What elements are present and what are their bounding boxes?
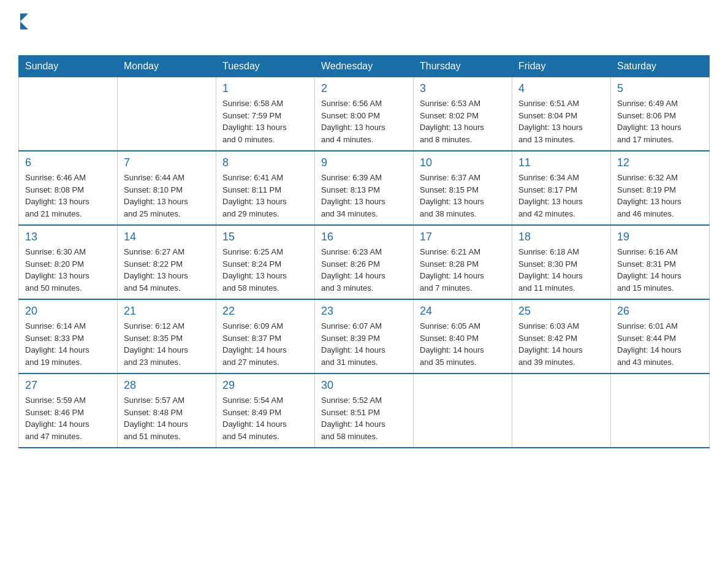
- day-number: 25: [518, 305, 604, 318]
- week-row-2: 6Sunrise: 6:46 AM Sunset: 8:08 PM Daylig…: [19, 151, 710, 225]
- week-row-5: 27Sunrise: 5:59 AM Sunset: 8:46 PM Dayli…: [19, 373, 710, 448]
- day-cell: 22Sunrise: 6:09 AM Sunset: 8:37 PM Dayli…: [216, 299, 315, 373]
- day-info: Sunrise: 6:44 AM Sunset: 8:10 PM Dayligh…: [124, 172, 210, 220]
- day-cell: 26Sunrise: 6:01 AM Sunset: 8:44 PM Dayli…: [611, 299, 710, 373]
- logo: [18, 12, 28, 49]
- day-cell: 6Sunrise: 6:46 AM Sunset: 8:08 PM Daylig…: [19, 151, 118, 225]
- day-info: Sunrise: 6:39 AM Sunset: 8:13 PM Dayligh…: [321, 172, 407, 220]
- day-number: 22: [222, 305, 308, 318]
- page-header: [18, 12, 710, 49]
- day-number: 21: [124, 305, 210, 318]
- day-cell: [19, 77, 118, 151]
- day-info: Sunrise: 6:32 AM Sunset: 8:19 PM Dayligh…: [617, 172, 703, 220]
- day-info: Sunrise: 6:30 AM Sunset: 8:20 PM Dayligh…: [25, 246, 111, 294]
- day-number: 19: [617, 231, 703, 243]
- day-info: Sunrise: 6:07 AM Sunset: 8:39 PM Dayligh…: [321, 320, 407, 368]
- day-number: 4: [518, 82, 604, 95]
- day-cell: [512, 373, 611, 448]
- day-cell: 28Sunrise: 5:57 AM Sunset: 8:48 PM Dayli…: [118, 373, 216, 448]
- day-info: Sunrise: 6:21 AM Sunset: 8:28 PM Dayligh…: [420, 246, 506, 294]
- day-cell: 10Sunrise: 6:37 AM Sunset: 8:15 PM Dayli…: [414, 151, 512, 225]
- day-number: 23: [321, 305, 407, 318]
- day-number: 2: [321, 82, 407, 95]
- day-info: Sunrise: 5:59 AM Sunset: 8:46 PM Dayligh…: [25, 394, 111, 442]
- day-info: Sunrise: 5:52 AM Sunset: 8:51 PM Dayligh…: [321, 394, 407, 442]
- day-cell: 29Sunrise: 5:54 AM Sunset: 8:49 PM Dayli…: [216, 373, 315, 448]
- day-info: Sunrise: 6:49 AM Sunset: 8:06 PM Dayligh…: [617, 98, 703, 145]
- day-cell: 12Sunrise: 6:32 AM Sunset: 8:19 PM Dayli…: [611, 151, 710, 225]
- header-cell-thursday: Thursday: [414, 56, 512, 77]
- day-cell: 8Sunrise: 6:41 AM Sunset: 8:11 PM Daylig…: [216, 151, 315, 225]
- day-number: 24: [420, 305, 506, 318]
- day-info: Sunrise: 6:51 AM Sunset: 8:04 PM Dayligh…: [518, 98, 604, 145]
- week-row-4: 20Sunrise: 6:14 AM Sunset: 8:33 PM Dayli…: [19, 299, 710, 373]
- day-cell: [611, 373, 710, 448]
- day-cell: 3Sunrise: 6:53 AM Sunset: 8:02 PM Daylig…: [414, 77, 512, 151]
- day-number: 26: [617, 305, 703, 318]
- day-number: 30: [321, 379, 407, 392]
- day-info: Sunrise: 6:09 AM Sunset: 8:37 PM Dayligh…: [222, 320, 308, 368]
- day-cell: 21Sunrise: 6:12 AM Sunset: 8:35 PM Dayli…: [118, 299, 216, 373]
- week-row-1: 1Sunrise: 6:58 AM Sunset: 7:59 PM Daylig…: [19, 77, 710, 151]
- day-cell: 5Sunrise: 6:49 AM Sunset: 8:06 PM Daylig…: [611, 77, 710, 151]
- day-info: Sunrise: 6:23 AM Sunset: 8:26 PM Dayligh…: [321, 246, 407, 294]
- header-cell-sunday: Sunday: [19, 56, 118, 77]
- week-row-3: 13Sunrise: 6:30 AM Sunset: 8:20 PM Dayli…: [19, 225, 710, 299]
- header-cell-saturday: Saturday: [611, 56, 710, 77]
- day-number: 1: [222, 82, 308, 95]
- day-cell: [414, 373, 512, 448]
- day-number: 16: [321, 231, 407, 243]
- day-number: 8: [222, 156, 308, 169]
- day-number: 28: [124, 379, 210, 392]
- day-info: Sunrise: 6:05 AM Sunset: 8:40 PM Dayligh…: [420, 320, 506, 368]
- day-info: Sunrise: 5:54 AM Sunset: 8:49 PM Dayligh…: [222, 394, 308, 442]
- day-info: Sunrise: 6:56 AM Sunset: 8:00 PM Dayligh…: [321, 98, 407, 145]
- day-info: Sunrise: 6:16 AM Sunset: 8:31 PM Dayligh…: [617, 246, 703, 294]
- day-cell: 24Sunrise: 6:05 AM Sunset: 8:40 PM Dayli…: [414, 299, 512, 373]
- day-number: 15: [222, 231, 308, 243]
- day-number: 5: [617, 82, 703, 95]
- day-info: Sunrise: 5:57 AM Sunset: 8:48 PM Dayligh…: [124, 394, 210, 442]
- day-info: Sunrise: 6:58 AM Sunset: 7:59 PM Dayligh…: [222, 98, 308, 145]
- header-cell-friday: Friday: [512, 56, 611, 77]
- day-info: Sunrise: 6:41 AM Sunset: 8:11 PM Dayligh…: [222, 172, 308, 220]
- calendar-header: SundayMondayTuesdayWednesdayThursdayFrid…: [19, 56, 710, 77]
- day-number: 20: [25, 305, 111, 318]
- day-cell: 17Sunrise: 6:21 AM Sunset: 8:28 PM Dayli…: [414, 225, 512, 299]
- day-cell: 2Sunrise: 6:56 AM Sunset: 8:00 PM Daylig…: [315, 77, 414, 151]
- day-cell: 14Sunrise: 6:27 AM Sunset: 8:22 PM Dayli…: [118, 225, 216, 299]
- day-cell: 25Sunrise: 6:03 AM Sunset: 8:42 PM Dayli…: [512, 299, 611, 373]
- day-info: Sunrise: 6:03 AM Sunset: 8:42 PM Dayligh…: [518, 320, 604, 368]
- day-info: Sunrise: 6:53 AM Sunset: 8:02 PM Dayligh…: [420, 98, 506, 145]
- day-number: 14: [124, 231, 210, 243]
- day-number: 9: [321, 156, 407, 169]
- day-cell: 27Sunrise: 5:59 AM Sunset: 8:46 PM Dayli…: [19, 373, 118, 448]
- day-number: 17: [420, 231, 506, 243]
- calendar-body: 1Sunrise: 6:58 AM Sunset: 7:59 PM Daylig…: [19, 77, 710, 448]
- day-number: 7: [124, 156, 210, 169]
- day-info: Sunrise: 6:34 AM Sunset: 8:17 PM Dayligh…: [518, 172, 604, 220]
- day-number: 10: [420, 156, 506, 169]
- header-cell-monday: Monday: [118, 56, 216, 77]
- day-info: Sunrise: 6:27 AM Sunset: 8:22 PM Dayligh…: [124, 246, 210, 294]
- day-info: Sunrise: 6:12 AM Sunset: 8:35 PM Dayligh…: [124, 320, 210, 368]
- day-cell: 15Sunrise: 6:25 AM Sunset: 8:24 PM Dayli…: [216, 225, 315, 299]
- day-info: Sunrise: 6:18 AM Sunset: 8:30 PM Dayligh…: [518, 246, 604, 294]
- day-cell: 18Sunrise: 6:18 AM Sunset: 8:30 PM Dayli…: [512, 225, 611, 299]
- day-number: 3: [420, 82, 506, 95]
- day-cell: 20Sunrise: 6:14 AM Sunset: 8:33 PM Dayli…: [19, 299, 118, 373]
- day-info: Sunrise: 6:25 AM Sunset: 8:24 PM Dayligh…: [222, 246, 308, 294]
- day-cell: 1Sunrise: 6:58 AM Sunset: 7:59 PM Daylig…: [216, 77, 315, 151]
- day-info: Sunrise: 6:37 AM Sunset: 8:15 PM Dayligh…: [420, 172, 506, 220]
- header-cell-tuesday: Tuesday: [216, 56, 315, 77]
- day-cell: 13Sunrise: 6:30 AM Sunset: 8:20 PM Dayli…: [19, 225, 118, 299]
- day-info: Sunrise: 6:01 AM Sunset: 8:44 PM Dayligh…: [617, 320, 703, 368]
- day-number: 29: [222, 379, 308, 392]
- day-info: Sunrise: 6:14 AM Sunset: 8:33 PM Dayligh…: [25, 320, 111, 368]
- day-cell: 30Sunrise: 5:52 AM Sunset: 8:51 PM Dayli…: [315, 373, 414, 448]
- day-cell: 7Sunrise: 6:44 AM Sunset: 8:10 PM Daylig…: [118, 151, 216, 225]
- day-cell: 9Sunrise: 6:39 AM Sunset: 8:13 PM Daylig…: [315, 151, 414, 225]
- calendar-table: SundayMondayTuesdayWednesdayThursdayFrid…: [18, 55, 710, 448]
- day-cell: 16Sunrise: 6:23 AM Sunset: 8:26 PM Dayli…: [315, 225, 414, 299]
- day-number: 6: [25, 156, 111, 169]
